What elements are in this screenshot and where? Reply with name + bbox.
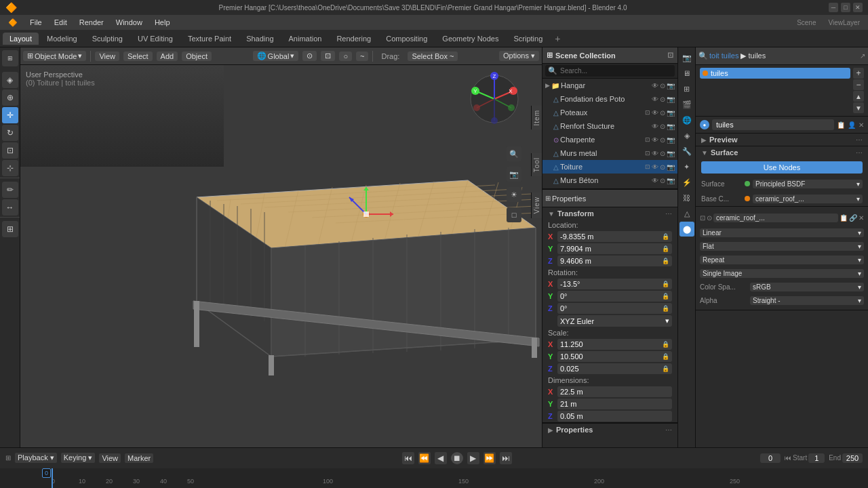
outliner-item-renfort[interactable]: △ Renfort Stucture 👁 ⊙ 📷 [542,119,677,133]
props-options-icon[interactable]: ⋯ [665,426,672,434]
physics-props-icon[interactable]: ⚡ [679,175,694,190]
remove-slot-button[interactable]: − [853,79,864,90]
timeline-ruler[interactable]: 0 0 10 20 30 40 50 100 150 200 250 [0,468,868,489]
surface-header[interactable]: ▼ Surface ⋯ [696,146,868,159]
orientation-dropdown[interactable]: 🌐 Global ▾ [253,51,299,61]
outliner-filter-icon[interactable]: ⊡ [667,51,673,60]
add-workspace-button[interactable]: + [551,32,564,45]
render-icon[interactable]: 📷 [667,163,675,171]
tab-texture-paint[interactable]: Texture Paint [181,33,238,45]
frame-end-field[interactable]: 250 [842,453,863,463]
dimensions-z-field[interactable]: 0.05 m [557,411,672,422]
visibility-icon[interactable]: 👁 [652,177,658,184]
tab-scripting[interactable]: Scripting [507,33,549,45]
copy-texture-btn[interactable]: 📋 [840,214,848,222]
tool-cursor[interactable]: ⊕ [2,89,18,106]
menu-item-render[interactable]: Render [74,17,109,28]
properties-section-header[interactable]: ▶ Properties ⋯ [542,423,677,436]
view-layer-icon[interactable]: ⊞ [679,81,694,96]
menu-item-file[interactable]: File [24,17,47,28]
location-y-field[interactable]: 7.9904 m 🔒 [557,243,672,254]
render-icon[interactable]: 📷 [667,177,675,184]
repeat-dropdown[interactable]: Repeat ▾ [700,256,864,264]
render-icon[interactable]: 📷 [667,136,675,144]
material-props-icon[interactable]: ⬤ [679,222,694,237]
single-image-dropdown[interactable]: Single Image ▾ [700,269,864,278]
tab-rendering[interactable]: Rendering [330,33,378,45]
outliner-item-murs-metal[interactable]: △ Murs metal ⊡ 👁 ⊙ 📷 [542,146,677,160]
lock-icon[interactable]: 🔒 [662,365,669,372]
lock-icon[interactable]: 🔒 [662,258,669,264]
render-icon[interactable]: 📷 [667,150,675,157]
tab-layout[interactable]: Layout [3,33,39,45]
remove-texture-btn[interactable]: ✕ [859,214,864,222]
tab-geometry-nodes[interactable]: Geometry Nodes [435,33,505,45]
viewport-icon[interactable]: ⊙ [660,163,665,171]
play-button[interactable]: ▶ [467,452,479,464]
modifier-props-icon[interactable]: 🔧 [679,144,694,159]
interpolation-dropdown[interactable]: Linear ▾ [700,228,864,237]
object-menu[interactable]: Object [182,52,212,61]
tool-scale[interactable]: ⊡ [2,142,18,159]
visibility-icon[interactable]: 👁 [652,136,658,144]
menu-item-blender[interactable]: 🔶 [3,17,23,28]
dimensions-y-field[interactable]: 21 m [557,399,672,409]
move-slot-down-button[interactable]: ▼ [853,102,864,113]
minimize-button[interactable]: ─ [829,3,838,12]
tool-transform[interactable]: ⊹ [2,160,18,176]
constraints-props-icon[interactable]: ⛓ [679,190,694,205]
texture-name-field[interactable]: ceramic_roof_... [713,214,838,222]
scale-x-field[interactable]: 11.250 🔒 [557,339,672,350]
outliner-item-poteaux[interactable]: △ Poteaux ⊡ 👁 ⊙ 📷 [542,106,677,119]
jump-start-button[interactable]: ⏮ [402,452,414,464]
expand-icon[interactable]: ↗ [860,52,865,60]
frame-start-field[interactable]: 1 [808,453,825,463]
lock-icon[interactable]: 🔒 [662,305,669,312]
base-color-dropdown[interactable]: ceramic_roof_... ▾ [753,195,863,203]
lock-icon[interactable]: 🔒 [662,353,669,360]
step-forward-button[interactable]: ⏩ [484,452,496,464]
falloff-btn[interactable]: ~ [356,52,368,61]
tab-modeling[interactable]: Modeling [40,33,84,45]
step-back-button[interactable]: ⏪ [418,452,431,464]
scene-props-icon[interactable]: 🎬 [679,97,694,112]
maximize-button[interactable]: □ [841,3,850,12]
rotation-mode-dropdown[interactable]: XYZ Euler ▾ [557,315,672,327]
rotation-z-field[interactable]: 0° 🔒 [557,303,672,314]
editor-type-button[interactable]: ⊞ [2,50,18,66]
rotation-x-field[interactable]: -13.5° 🔒 [557,279,672,289]
tab-sculpting[interactable]: Sculpting [85,33,130,45]
object-data-props-icon[interactable]: △ [679,206,694,221]
fake-user-icon[interactable]: 👤 [848,121,856,129]
scale-y-field[interactable]: 10.500 🔒 [557,351,672,362]
object-props-icon[interactable]: ◈ [679,128,694,143]
outliner-search-box[interactable]: 🔍 [545,65,675,77]
transform-options-icon[interactable]: ⋯ [665,210,672,218]
outliner-item-murs-beton[interactable]: △ Murs Béton 👁 ⊙ 📷 [542,174,677,187]
outliner-item-charpente[interactable]: ⊙ Charpente ⊡ 👁 ⊙ 📷 [542,133,677,146]
render-icon[interactable]: 📷 [667,123,675,130]
visibility-icon[interactable]: 👁 [652,96,658,103]
viewport-icon[interactable]: ⊙ [660,177,665,184]
menu-item-edit[interactable]: Edit [49,17,73,28]
dimensions-x-field[interactable]: 22.5 m [557,386,672,397]
preview-header[interactable]: ▶ Preview ⋯ [696,134,868,146]
lock-icon[interactable]: 🔒 [662,341,669,348]
zoom-in-gizmo[interactable]: 🔍 [507,146,521,161]
lock-icon[interactable]: 🔒 [662,293,669,300]
transform-header[interactable]: ▼ Transform ⋯ [542,207,677,220]
preview-options-icon[interactable]: ⋯ [856,136,863,144]
tool-add-object[interactable]: ⊞ [2,221,18,237]
lock-icon[interactable]: 🔒 [662,245,669,252]
flat-dropdown[interactable]: Flat ▾ [700,242,864,251]
select-menu[interactable]: Select [123,52,153,61]
visibility-icon[interactable]: 👁 [652,123,658,130]
lock-icon[interactable]: 🔒 [662,281,669,287]
stop-button[interactable]: ⏹ [451,452,463,464]
tool-tab[interactable]: Tool [531,153,542,176]
render-props-icon[interactable]: 📷 [679,50,694,65]
lock-icon[interactable]: 🔒 [662,233,669,240]
search-input[interactable] [560,67,642,75]
tool-select[interactable]: ◈ [2,72,18,88]
marker-menu[interactable]: Marker [125,453,153,463]
